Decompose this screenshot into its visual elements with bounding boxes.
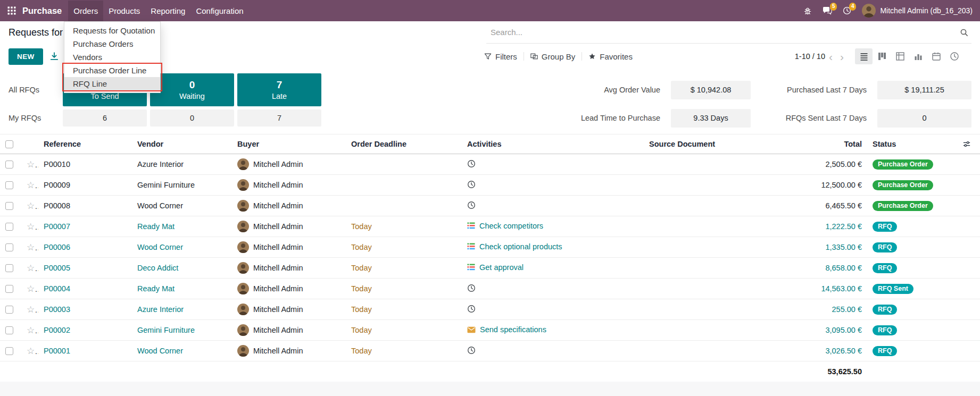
envelope-activity-icon[interactable]	[467, 326, 476, 333]
table-row[interactable]: ☆P00004Ready MatMitchell AdminToday14,56…	[0, 279, 980, 299]
graph-view-icon[interactable]	[909, 48, 927, 64]
stat-value-purchased-last-7-days[interactable]: $ 19,111.25	[877, 81, 971, 99]
search-input[interactable]	[486, 28, 960, 37]
clock-activity-icon[interactable]	[467, 180, 476, 189]
column-header-buyer[interactable]: Buyer	[232, 134, 346, 154]
nav-orders[interactable]: Orders	[68, 1, 103, 21]
favorite-star-icon[interactable]: ☆	[27, 201, 38, 211]
column-header-order-deadline[interactable]: Order Deadline	[346, 134, 462, 154]
row-checkbox[interactable]	[5, 306, 13, 314]
favorite-star-icon[interactable]: ☆	[27, 346, 38, 356]
activity-link[interactable]: Check competitors	[479, 222, 543, 230]
stat-value-lead-time-to-purchase[interactable]: 9.33 Days	[671, 109, 751, 128]
kpi-my-count-late[interactable]: 7	[237, 109, 321, 127]
download-icon[interactable]	[49, 52, 59, 61]
row-checkbox[interactable]	[5, 347, 13, 355]
activity-widget[interactable]	[467, 346, 476, 355]
activity-widget[interactable]	[467, 284, 476, 292]
row-checkbox[interactable]	[5, 202, 13, 210]
search-bar[interactable]	[486, 21, 971, 44]
column-header-reference[interactable]: Reference	[38, 134, 132, 154]
optional-columns-icon[interactable]	[963, 140, 975, 148]
activity-widget[interactable]: Send specifications	[467, 325, 546, 334]
clock-activity-icon[interactable]	[467, 159, 476, 168]
group-by-button[interactable]: Group By	[524, 49, 582, 64]
menu-item-rfq-line[interactable]: RFQ Line	[64, 77, 160, 90]
column-header-status[interactable]: Status	[867, 134, 958, 154]
favorite-star-icon[interactable]: ☆	[27, 325, 38, 335]
menu-item-vendors[interactable]: Vendors	[64, 50, 160, 64]
activity-widget[interactable]	[467, 201, 476, 209]
activity-link[interactable]: Send specifications	[480, 325, 546, 334]
table-row[interactable]: ☆P00006Wood CornerMitchell AdminTodayChe…	[0, 237, 980, 258]
kpi-my-count-waiting[interactable]: 0	[150, 109, 234, 127]
row-checkbox[interactable]	[5, 326, 13, 334]
pivot-view-icon[interactable]	[891, 48, 909, 64]
activity-link[interactable]: Get approval	[479, 263, 524, 272]
table-row[interactable]: ☆P00010Azure InteriorMitchell Admin2,505…	[0, 154, 980, 175]
list-activity-icon[interactable]	[467, 242, 475, 250]
list-activity-icon[interactable]	[467, 222, 475, 230]
activities-icon[interactable]: 4	[843, 6, 851, 15]
pager-previous-icon[interactable]: ‹	[825, 51, 836, 62]
kanban-view-icon[interactable]	[873, 48, 891, 64]
favorite-star-icon[interactable]: ☆	[27, 222, 38, 232]
favorite-star-icon[interactable]: ☆	[27, 242, 38, 252]
favorites-button[interactable]: Favorites	[582, 49, 639, 64]
activity-link[interactable]: Check optional products	[479, 242, 562, 251]
pager-next-icon[interactable]: ›	[836, 51, 848, 62]
clock-activity-icon[interactable]	[467, 284, 476, 292]
row-checkbox[interactable]	[5, 223, 13, 231]
row-checkbox[interactable]	[5, 243, 13, 251]
activity-widget[interactable]	[467, 180, 476, 189]
filters-button[interactable]: Filters	[478, 49, 524, 64]
table-row[interactable]: ☆P00003Azure InteriorMitchell AdminToday…	[0, 299, 980, 320]
row-checkbox[interactable]	[5, 181, 13, 189]
favorite-star-icon[interactable]: ☆	[27, 284, 38, 294]
column-header-activities[interactable]: Activities	[462, 134, 644, 154]
nav-configuration[interactable]: Configuration	[190, 1, 248, 21]
activity-widget[interactable]: Check competitors	[467, 222, 543, 230]
search-icon[interactable]	[960, 28, 971, 37]
table-row[interactable]: ☆P00002Gemini FurnitureMitchell AdminTod…	[0, 320, 980, 341]
column-header-vendor[interactable]: Vendor	[132, 134, 232, 154]
kpi-card-waiting[interactable]: 0 Waiting	[150, 73, 234, 106]
stat-value-avg-order-value[interactable]: $ 10,942.08	[671, 81, 751, 99]
list-activity-icon[interactable]	[467, 263, 475, 271]
favorite-star-icon[interactable]: ☆	[27, 305, 38, 315]
table-row[interactable]: ☆P00008Wood CornerMitchell Admin6,465.50…	[0, 196, 980, 216]
table-row[interactable]: ☆P00001Wood CornerMitchell AdminToday3,0…	[0, 341, 980, 361]
menu-item-purchase-order-line[interactable]: Purchase Order Line	[64, 64, 160, 77]
favorite-star-icon[interactable]: ☆	[27, 180, 38, 190]
activity-widget[interactable]: Get approval	[467, 263, 524, 272]
row-checkbox[interactable]	[5, 161, 13, 168]
activity-widget[interactable]	[467, 159, 476, 168]
kpi-card-late[interactable]: 7 Late	[237, 73, 321, 106]
row-checkbox[interactable]	[5, 285, 13, 293]
select-all-checkbox[interactable]	[5, 140, 13, 148]
apps-grid-icon[interactable]	[7, 6, 16, 15]
list-view-icon[interactable]	[855, 48, 873, 64]
messages-icon[interactable]: 5	[823, 6, 832, 15]
nav-products[interactable]: Products	[103, 1, 145, 21]
favorite-star-icon[interactable]: ☆	[27, 263, 38, 273]
new-button[interactable]: NEW	[9, 48, 43, 65]
clock-activity-icon[interactable]	[467, 305, 476, 313]
user-menu[interactable]: Mitchell Admin (db_16_203)	[862, 4, 973, 18]
nav-reporting[interactable]: Reporting	[145, 1, 190, 21]
table-row[interactable]: ☆P00005Deco AddictMitchell AdminTodayGet…	[0, 258, 980, 279]
table-row[interactable]: ☆P00007Ready MatMitchell AdminTodayCheck…	[0, 216, 980, 237]
kpi-my-count-to-send[interactable]: 6	[63, 109, 147, 127]
menu-item-requests-for-quotation[interactable]: Requests for Quotation	[64, 24, 160, 37]
activity-widget[interactable]	[467, 305, 476, 313]
clock-activity-icon[interactable]	[467, 346, 476, 355]
column-header-source-document[interactable]: Source Document	[644, 134, 814, 154]
app-name[interactable]: Purchase	[22, 6, 62, 16]
activity-view-icon[interactable]	[945, 48, 963, 64]
column-header-total[interactable]: Total	[814, 134, 867, 154]
stat-value-rfqs-sent-last-7-days[interactable]: 0	[877, 109, 971, 128]
debug-icon[interactable]	[803, 6, 812, 15]
favorite-star-icon[interactable]: ☆	[27, 159, 38, 170]
table-row[interactable]: ☆P00009Gemini FurnitureMitchell Admin12,…	[0, 175, 980, 196]
calendar-view-icon[interactable]	[927, 48, 945, 64]
